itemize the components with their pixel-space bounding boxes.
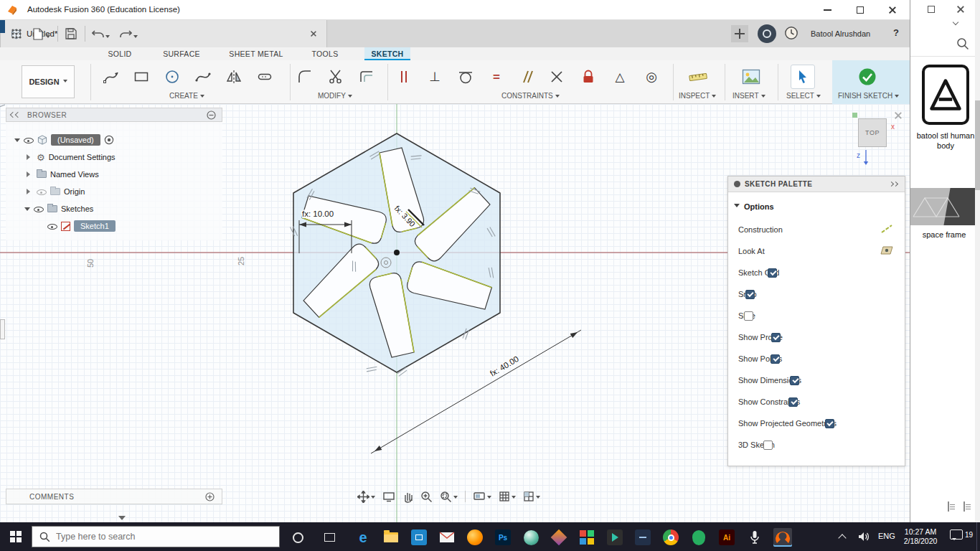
show-dimensions-checkbox[interactable] — [790, 376, 799, 385]
search-input[interactable] — [56, 532, 257, 542]
taskbar-edge-icon[interactable]: e — [354, 528, 372, 547]
tab-solid[interactable]: SOLID — [99, 47, 141, 60]
taskbar-chrome-icon[interactable] — [661, 528, 680, 547]
look-at-icon[interactable] — [880, 245, 893, 257]
expand-icon[interactable] — [27, 171, 33, 177]
rectangle-tool-icon[interactable] — [129, 65, 154, 89]
root-document-label[interactable]: (Unsaved) — [51, 134, 100, 146]
help-button[interactable]: ? — [893, 27, 899, 38]
taskbar-firefox-icon[interactable] — [466, 528, 484, 547]
taskbar-store-icon[interactable] — [410, 528, 428, 547]
slot-tool-icon[interactable] — [253, 65, 277, 89]
browser-row-sketch1[interactable]: Sketch1 — [47, 218, 116, 234]
fillet-tool-icon[interactable] — [293, 65, 317, 89]
taskbar-microphone-icon[interactable] — [745, 528, 764, 547]
finish-sketch-group-label[interactable]: FINISH SKETCH — [838, 92, 899, 100]
taskbar-dark-app-icon[interactable] — [606, 528, 624, 547]
parallel-constraint-icon[interactable] — [514, 65, 539, 89]
mirror-tool-icon[interactable] — [222, 65, 246, 89]
line-tool-icon[interactable] — [99, 65, 123, 89]
display-settings-icon[interactable] — [473, 491, 491, 502]
offset-tool-icon[interactable] — [354, 65, 379, 89]
browser-row-origin[interactable]: Origin — [24, 184, 85, 199]
pan-icon[interactable] — [357, 491, 375, 503]
circle-tool-icon[interactable] — [160, 65, 184, 89]
document-tab-close-icon[interactable] — [310, 30, 317, 37]
action-center-icon[interactable]: 19 — [950, 529, 973, 540]
start-button[interactable] — [0, 522, 32, 551]
side-dropdown-caret[interactable] — [953, 19, 958, 25]
new-document-button[interactable] — [731, 25, 748, 42]
perpendicular-constraint-icon[interactable]: ⊥ — [423, 65, 447, 89]
undo-caret[interactable] — [105, 35, 110, 40]
list-view-icon[interactable] — [948, 501, 949, 512]
3d-sketch-checkbox[interactable] — [763, 441, 773, 450]
taskbar-fusion360-icon[interactable] — [773, 528, 792, 547]
select-tool-icon[interactable] — [791, 65, 815, 89]
save-icon[interactable] — [63, 26, 79, 42]
trim-tool-icon[interactable] — [324, 65, 348, 89]
redo-caret[interactable] — [133, 35, 138, 40]
viewcube-corner[interactable] — [852, 113, 857, 118]
finish-sketch-icon[interactable] — [855, 65, 880, 89]
tray-overflow-chevron[interactable] — [838, 534, 846, 542]
canvas[interactable]: fx: 10.00 fx: 3.90 fx: 40.00 50 — [0, 104, 910, 522]
file-menu-caret[interactable] — [46, 35, 50, 40]
taskbar-clock[interactable]: 10:27 AM 2/18/2020 — [897, 527, 944, 546]
ruler-dim-25[interactable]: 25 — [237, 257, 245, 265]
measure-tool-icon[interactable] — [686, 65, 710, 89]
browser-header[interactable]: BROWSER — [6, 108, 222, 122]
dimension-10-text[interactable]: fx: 10.00 — [302, 209, 334, 218]
sketch-palette-header[interactable]: SKETCH PALETTE — [728, 176, 905, 192]
redo-icon[interactable] — [118, 26, 133, 42]
add-comment-icon[interactable] — [205, 492, 215, 501]
construction-icon[interactable] — [880, 224, 893, 235]
file-menu-icon[interactable] — [30, 26, 46, 42]
show-projected-geometries-checkbox[interactable] — [825, 419, 834, 428]
volume-icon[interactable] — [858, 531, 870, 542]
viewports-icon[interactable] — [523, 491, 540, 502]
concentric-constraint-icon[interactable]: ◎ — [639, 65, 664, 89]
undo-icon[interactable] — [90, 26, 106, 42]
show-profile-checkbox[interactable] — [771, 333, 781, 342]
language-indicator[interactable]: ENG — [878, 532, 895, 540]
collapse-all-icon[interactable] — [207, 110, 216, 120]
visibility-eye-icon[interactable] — [24, 136, 34, 144]
visibility-eye-icon[interactable] — [47, 222, 57, 230]
browser-root-row[interactable]: (Unsaved) — [14, 132, 114, 148]
task-view-icon[interactable] — [320, 528, 339, 547]
inspect-group-label[interactable]: INSPECT — [679, 92, 716, 100]
fit-view-icon[interactable] — [382, 491, 395, 502]
zoom-icon[interactable] — [420, 491, 433, 503]
show-points-checkbox[interactable] — [771, 354, 780, 364]
insert-image-icon[interactable] — [739, 65, 763, 89]
stl-file-caption[interactable]: batool stl human body — [912, 131, 979, 151]
polygon-constraint-icon[interactable]: △ — [608, 65, 632, 89]
taskbar-dark-app-2-icon[interactable] — [633, 528, 652, 547]
tab-sheet-metal[interactable]: SHEET METAL — [222, 47, 290, 60]
tab-tools[interactable]: TOOLS — [300, 47, 350, 60]
equal-constraint-icon[interactable]: = — [484, 65, 509, 89]
expand-icon[interactable] — [27, 154, 33, 160]
constraints-group-label[interactable]: CONSTRAINTS — [501, 92, 560, 100]
sketch-grid-checkbox[interactable] — [768, 268, 777, 278]
job-status-clock-icon[interactable] — [783, 25, 799, 41]
insert-group-label[interactable]: INSERT — [732, 92, 765, 100]
details-view-icon[interactable] — [963, 501, 965, 512]
select-group-label[interactable]: SELECT — [786, 92, 821, 100]
expand-icon[interactable] — [14, 138, 20, 145]
taskbar-photoshop-icon[interactable]: Ps — [494, 528, 512, 547]
tab-surface[interactable]: SURFACE — [152, 47, 211, 60]
taskbar-illustrator-icon[interactable]: Ai — [717, 528, 736, 547]
taskbar-diamond-app-icon[interactable] — [550, 528, 568, 547]
ruler-dim-50[interactable]: 50 — [86, 259, 95, 268]
slice-checkbox[interactable] — [744, 311, 753, 321]
space-frame-thumbnail[interactable] — [910, 188, 976, 225]
close-button[interactable] — [876, 0, 909, 20]
stl-file-thumbnail[interactable] — [922, 65, 969, 125]
user-name[interactable]: Batool Alrushdan — [811, 29, 870, 38]
extensions-icon[interactable] — [758, 24, 776, 43]
taskbar-file-explorer-icon[interactable] — [382, 528, 400, 547]
tab-sketch[interactable]: SKETCH — [364, 47, 410, 60]
grid-settings-icon[interactable] — [499, 491, 516, 502]
